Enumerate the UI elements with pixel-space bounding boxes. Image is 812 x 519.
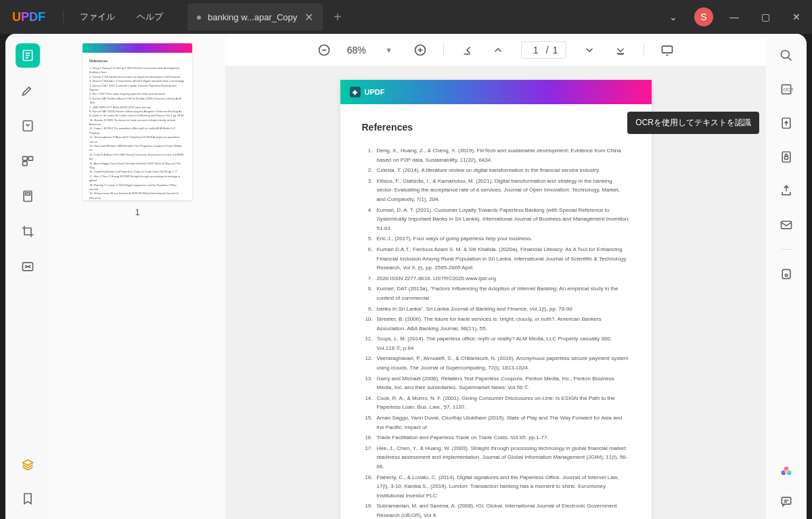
svg-point-23	[785, 470, 788, 474]
reference-number: 2.	[362, 166, 373, 175]
convert-button[interactable]	[777, 114, 796, 133]
reference-item: 15.Aman Saggu, Yann Duval, Chorthip Utok…	[362, 413, 630, 432]
reference-number: 10.	[362, 315, 373, 333]
compress-button[interactable]	[777, 265, 796, 284]
organize-tool[interactable]	[16, 149, 40, 173]
next-page-button[interactable]	[581, 42, 597, 58]
comment-button[interactable]	[777, 492, 796, 511]
reference-number: 19.	[362, 501, 373, 519]
close-button[interactable]: ✕	[781, 0, 812, 34]
window-controls: ⌄ S — ▢ ✕	[658, 0, 812, 34]
crop-tool[interactable]	[16, 219, 40, 244]
reference-item: 2.Cziesla, T. (2014). A literature revie…	[362, 166, 630, 175]
reference-number: 12.	[362, 354, 373, 372]
zoom-dropdown-icon[interactable]: ▼	[381, 42, 397, 58]
svg-point-11	[782, 51, 790, 59]
reference-item: 3.Kitsios, F., Giatsidis, I., & Kamariot…	[362, 177, 630, 204]
reference-number: 7.	[362, 274, 373, 284]
search-button[interactable]	[777, 46, 796, 65]
user-avatar[interactable]: S	[694, 7, 713, 26]
reference-text: Cziesla, T. (2014). A literature review …	[377, 166, 600, 175]
reference-text: Kumari, D. A. T. (2021). Customer Loyalt…	[377, 206, 630, 233]
app-logo: UPDF	[0, 10, 58, 24]
reference-text: Garry and Michael (2008). Retailers Test…	[377, 374, 630, 392]
edit-tool[interactable]	[16, 114, 40, 138]
protect-button[interactable]	[777, 148, 796, 166]
reference-item: 8.Kumari, DAT (2013a), "Factors Influenc…	[362, 284, 630, 302]
reference-number: 11.	[362, 334, 373, 353]
total-pages: 1	[553, 45, 558, 55]
ai-assistant-button[interactable]	[777, 462, 796, 481]
pdf-page: ◆ UPDF References 1.Deng, X., Huang, Z.,…	[340, 80, 652, 519]
prev-page-button[interactable]	[490, 42, 506, 58]
page-brand: ◆ UPDF	[350, 87, 385, 97]
reference-text: Toops, L. M. (2014). The paperless offic…	[377, 334, 630, 353]
separator	[644, 43, 644, 57]
reference-text: Aman Saggu, Yann Duval, Chorthip Utoktha…	[377, 413, 630, 432]
left-toolbar	[5, 34, 49, 519]
menu-file[interactable]: ファイル	[69, 11, 126, 23]
first-page-button[interactable]	[459, 42, 475, 58]
reference-number: 9.	[362, 304, 373, 314]
zoom-level[interactable]: 68%	[347, 45, 366, 55]
reader-tool[interactable]	[16, 43, 40, 68]
close-tab-icon[interactable]: ✕	[304, 11, 313, 24]
separator	[63, 10, 64, 24]
bookmark-tool[interactable]	[16, 487, 40, 511]
svg-text:OCR: OCR	[784, 87, 793, 92]
reference-item: 9.banks in Sri Lanka". Sri Lanka Journal…	[362, 304, 630, 314]
menu-help[interactable]: ヘルプ	[126, 11, 174, 23]
svg-rect-4	[22, 162, 27, 166]
maximize-button[interactable]: ▢	[750, 0, 781, 34]
layers-tool[interactable]	[16, 453, 40, 477]
svg-rect-3	[28, 156, 32, 160]
reference-number: 8.	[362, 284, 373, 302]
reference-text: Kitsios, F., Giatsidis, I., & Kamariotou…	[377, 177, 630, 204]
page-content: References 1.Deng, X., Huang, Z., & Chen…	[340, 104, 652, 519]
reference-number: 1.	[362, 146, 373, 164]
share-button[interactable]	[777, 181, 796, 200]
minimize-button[interactable]: —	[719, 0, 750, 34]
reference-item: 4.Kumari, D. A. T. (2021). Customer Loya…	[362, 206, 630, 233]
presentation-button[interactable]	[659, 42, 675, 58]
ocr-button[interactable]: OCR	[777, 80, 796, 99]
reference-item: 5.Eric J., (2017). Four ways of going pa…	[362, 234, 630, 244]
reference-text: Streeter, B. (2006). The future for trad…	[377, 315, 630, 333]
redact-tool[interactable]	[16, 254, 40, 279]
view-toolbar: 68% ▼ 1 / 1	[225, 34, 766, 66]
svg-rect-10	[662, 46, 673, 53]
zoom-in-button[interactable]	[412, 42, 428, 58]
svg-rect-17	[782, 221, 792, 229]
svg-rect-2	[22, 156, 27, 160]
reference-number: 15.	[362, 413, 373, 432]
separator	[781, 249, 792, 250]
zoom-out-button[interactable]	[316, 42, 332, 58]
reference-item: 18.Flaherty, C., & Lovato, C. (2014). Di…	[362, 473, 630, 501]
separator	[443, 43, 444, 57]
reference-item: 17.Hee, J., Chen, Y., & Huang, W. (2003)…	[362, 444, 630, 472]
reference-number: 16.	[362, 433, 373, 443]
reference-text: Subramanian, M. and Saxena, A. (2008). I…	[377, 501, 630, 519]
reference-item: 12.Veeraraghavan, P., Almuairfi, S., & C…	[362, 354, 630, 372]
reference-number: 3.	[362, 177, 373, 204]
last-page-button[interactable]	[612, 42, 629, 58]
page-canvas[interactable]: ◆ UPDF References 1.Deng, X., Huang, Z.,…	[225, 66, 766, 519]
reference-text: Veeraraghavan, P., Almuairfi, S., & Chil…	[377, 354, 630, 372]
thumbnail-panel: References 1. Deng X Huang Z & Cheng X 2…	[49, 34, 225, 519]
reference-number: 4.	[362, 206, 373, 233]
reference-text: Flaherty, C., & Lovato, C. (2014). Digit…	[377, 473, 630, 501]
reference-item: 7.2020 ISSN 2277-8616. IJSTR©2020.www.ij…	[362, 274, 630, 284]
new-tab-button[interactable]: +	[334, 9, 342, 25]
page-thumbnail[interactable]: References 1. Deng X Huang Z & Cheng X 2…	[83, 43, 192, 200]
page-indicator[interactable]: 1 / 1	[521, 41, 567, 59]
titlebar: UPDF ファイル ヘルプ banking w...apar_Copy ✕ + …	[0, 0, 812, 34]
reference-number: 17.	[362, 444, 373, 472]
tab-title: banking w...apar_Copy	[208, 12, 298, 22]
chevron-down-icon[interactable]: ⌄	[658, 0, 689, 34]
svg-point-19	[785, 274, 787, 276]
document-tab[interactable]: banking w...apar_Copy ✕	[187, 3, 323, 30]
page-tool[interactable]	[16, 184, 40, 208]
highlight-tool[interactable]	[16, 78, 40, 103]
ocr-tooltip: OCRを使用してテキストを認識	[627, 112, 759, 134]
email-button[interactable]	[777, 215, 796, 234]
